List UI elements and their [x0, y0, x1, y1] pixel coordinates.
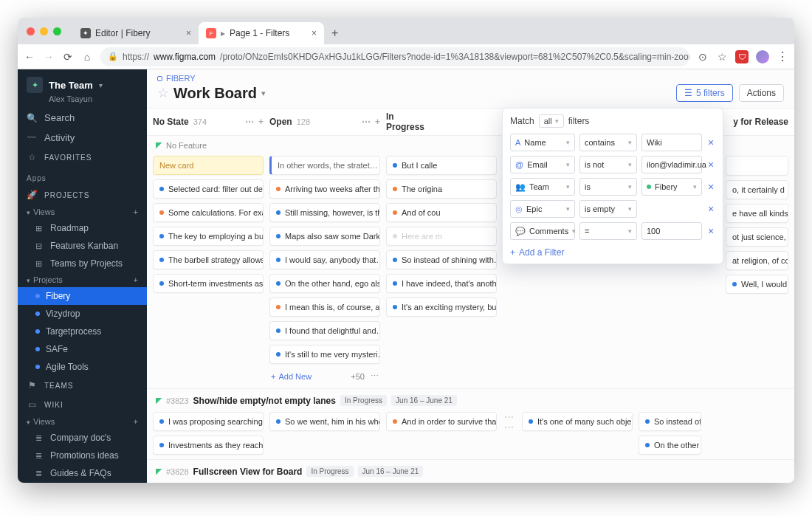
- card[interactable]: The key to employing a bu…: [153, 227, 264, 246]
- bookmark-star-icon[interactable]: ☆: [716, 51, 728, 63]
- project-vizydrop[interactable]: Vizydrop: [18, 305, 147, 323]
- card[interactable]: On the other han: [639, 436, 701, 455]
- adblock-extension-icon[interactable]: 🛡: [735, 50, 749, 63]
- card[interactable]: Maps also saw some Dark…: [269, 227, 380, 246]
- filter-operator-select[interactable]: is empty▾: [579, 200, 637, 218]
- card[interactable]: And of cou: [386, 203, 497, 222]
- card[interactable]: Selected card: filter out de…: [153, 179, 264, 199]
- close-tab-icon[interactable]: ×: [312, 28, 317, 38]
- card[interactable]: Well, I would say: [726, 275, 788, 294]
- wiki-views-header[interactable]: ▾Views +: [18, 414, 147, 429]
- card[interactable]: Some calculations. For exa…: [153, 203, 264, 222]
- card-ghost[interactable]: Here are m: [386, 227, 497, 246]
- maximize-window-button[interactable]: [53, 27, 61, 35]
- remove-filter-icon[interactable]: ×: [706, 181, 715, 193]
- filter-field-select[interactable]: 💬Comments▾: [510, 222, 575, 240]
- app-wiki[interactable]: ▭ WIKI: [18, 395, 147, 414]
- remove-filter-icon[interactable]: ×: [706, 137, 715, 148]
- card[interactable]: I found that delightful and…: [269, 321, 380, 340]
- project-fibery[interactable]: Fibery: [18, 287, 147, 305]
- card[interactable]: at religion, of co: [726, 251, 788, 270]
- card[interactable]: I mean this is, of course, a…: [269, 297, 380, 317]
- column-header-open[interactable]: Open 128 ⋯+: [269, 111, 380, 132]
- new-card-input[interactable]: New card: [153, 156, 264, 175]
- projects-group-header[interactable]: ▾Projects +: [18, 272, 147, 287]
- remove-filter-icon[interactable]: ×: [706, 203, 715, 215]
- reload-button[interactable]: ⟳: [62, 51, 74, 63]
- card[interactable]: It's one of many such obje…: [522, 412, 633, 431]
- docs-by-folder-header[interactable]: ▾Documents by folders +: [18, 482, 147, 483]
- card[interactable]: Arriving two weeks after th…: [269, 179, 380, 199]
- card[interactable]: Investments as they reach…: [153, 436, 264, 455]
- nav-favorites[interactable]: ☆ FAVORITES: [18, 148, 147, 167]
- filter-operator-select[interactable]: contains▾: [579, 134, 637, 151]
- project-safe[interactable]: SAFe: [18, 340, 147, 358]
- filter-value-select[interactable]: Fibery▾: [641, 178, 702, 196]
- card[interactable]: o, it certainly d: [726, 180, 788, 199]
- browser-menu-button[interactable]: ⋮: [777, 49, 788, 63]
- filter-operator-select[interactable]: =▾: [579, 222, 637, 240]
- card[interactable]: It's still to me very mysteri…: [269, 345, 380, 364]
- profile-avatar[interactable]: [756, 50, 769, 63]
- filter-field-select[interactable]: @Email▾: [510, 156, 575, 173]
- doc-company[interactable]: ≣Company doc's: [18, 429, 147, 447]
- nav-search[interactable]: 🔍 Search: [18, 108, 147, 128]
- card[interactable]: The origina: [386, 179, 497, 199]
- filter-field-select[interactable]: AName▾: [510, 134, 575, 151]
- column-menu-icon[interactable]: ⋯: [362, 117, 371, 127]
- drag-handle-icon[interactable]: ⋮⋮: [503, 412, 515, 433]
- back-button[interactable]: ←: [24, 51, 35, 63]
- add-project-icon[interactable]: +: [134, 275, 138, 284]
- card[interactable]: It's an exciting mystery, bu…: [386, 297, 497, 317]
- card[interactable]: The barbell strategy allows…: [153, 250, 264, 269]
- filters-button[interactable]: ☰ 5 filters: [676, 84, 733, 102]
- card[interactable]: So instead of shin: [639, 412, 701, 431]
- column-header-in-progress[interactable]: In Progress: [386, 111, 430, 132]
- search-engine-icon[interactable]: ⊙: [697, 51, 709, 63]
- filter-field-select[interactable]: 👥Team▾: [510, 178, 575, 196]
- add-card-icon[interactable]: +: [375, 117, 380, 127]
- lane-header-3823[interactable]: ◤ #3823 Show/hide empty/not empty lanes …: [147, 388, 794, 410]
- close-tab-icon[interactable]: ×: [186, 28, 191, 38]
- add-new-row[interactable]: + Add New +50 ⋯: [269, 368, 380, 384]
- filter-value-input[interactable]: 100: [641, 222, 702, 240]
- view-teams-by-projects[interactable]: ⊞Teams by Projects: [18, 255, 147, 272]
- title-dropdown-icon[interactable]: ▾: [261, 89, 266, 98]
- card[interactable]: Short-term investments as…: [153, 274, 264, 293]
- address-bar[interactable]: 🔒 https://www.figma.com/proto/ONzoEmIs0K…: [100, 47, 689, 66]
- card[interactable]: So we went, him in his whe…: [269, 412, 380, 431]
- add-view-icon[interactable]: +: [134, 207, 138, 216]
- card[interactable]: But I calle: [386, 156, 497, 175]
- remove-filter-icon[interactable]: ×: [706, 225, 715, 237]
- doc-promotions[interactable]: ≣Promotions ideas: [18, 447, 147, 464]
- project-agile-tools[interactable]: Agile Tools: [18, 358, 147, 376]
- card[interactable]: ot just science,: [726, 227, 788, 247]
- filter-value-input[interactable]: ilon@vladimir.ua: [641, 156, 702, 173]
- card[interactable]: e have all kinds: [726, 204, 788, 223]
- browser-tab-figma[interactable]: F ▸ Page 1 - Filters ×: [199, 22, 324, 44]
- workspace-switcher[interactable]: ✦ The Team ▾: [18, 69, 147, 97]
- home-button[interactable]: ⌂: [81, 51, 93, 63]
- filter-operator-select[interactable]: is▾: [579, 178, 637, 196]
- card[interactable]: On the other hand, ego als…: [269, 274, 380, 293]
- column-header-no-state[interactable]: No State 374 ⋯+: [153, 111, 264, 132]
- breadcrumb[interactable]: FIBERY: [147, 69, 794, 84]
- match-mode-select[interactable]: all ▾: [539, 114, 564, 128]
- card[interactable]: And in order to survive tha…: [386, 412, 497, 431]
- close-window-button[interactable]: [27, 27, 35, 35]
- add-filter-button[interactable]: + Add a Filter: [510, 244, 715, 258]
- project-targetprocess[interactable]: Targetprocess: [18, 323, 147, 340]
- card-editing[interactable]: In other words, the stratet…: [269, 156, 380, 175]
- card[interactable]: I have indeed, that's anoth…: [386, 274, 497, 293]
- browser-tab-fibery[interactable]: ✦ Editor | Fibery ×: [73, 22, 199, 44]
- column-header-ready[interactable]: y for Release: [729, 111, 788, 132]
- show-more-count[interactable]: +50: [351, 372, 365, 381]
- card[interactable]: I was proposing searching…: [153, 412, 264, 431]
- lane-header-3828[interactable]: ◤ #3828 Fullscreen View for Board In Pro…: [147, 459, 794, 481]
- new-tab-button[interactable]: +: [324, 22, 345, 44]
- card[interactable]: So instead of shining with…: [386, 250, 497, 269]
- minimize-window-button[interactable]: [40, 27, 48, 35]
- app-teams[interactable]: ⚑ TEAMS: [18, 376, 147, 395]
- views-group-header[interactable]: ▾Views +: [18, 204, 147, 219]
- add-icon[interactable]: +: [134, 417, 138, 426]
